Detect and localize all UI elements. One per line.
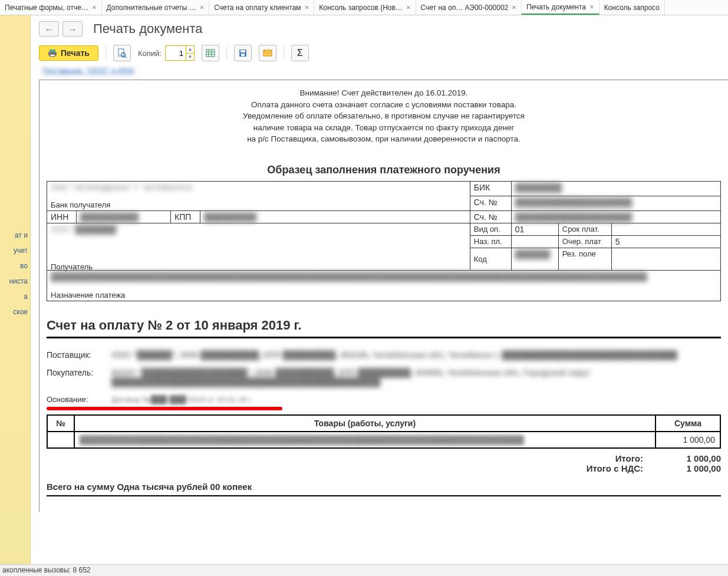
close-icon[interactable]: × (92, 3, 97, 12)
tab-label: Консоль запросов (Нов… (319, 4, 403, 12)
tab[interactable]: Счет на оп… АЭ00-000002× (416, 0, 522, 15)
tab[interactable]: Печатные формы, отче…× (0, 0, 102, 15)
print-button[interactable]: Печать (39, 45, 98, 61)
supplier-row: Поставщик: ООО "██████", ИНН ██████████,… (47, 350, 721, 360)
tab[interactable]: Консоль запросов (Нов…× (314, 0, 416, 15)
tabs-bar: Печатные формы, отче…×Дополнительные отч… (0, 0, 728, 15)
red-underline-annotation (47, 407, 282, 410)
tab[interactable]: Консоль запросо (599, 0, 665, 15)
forward-button[interactable]: → (62, 21, 83, 37)
close-icon[interactable]: × (406, 3, 411, 12)
tab-label: Печать документа (526, 3, 586, 11)
save-button[interactable] (234, 45, 252, 61)
export-excel-button[interactable] (202, 45, 219, 61)
tab[interactable]: Счета на оплату клиентам× (209, 0, 314, 15)
sidebar-item[interactable]: ское (0, 304, 30, 320)
left-sidebar: ат иучетвонистааское (0, 15, 31, 564)
print-label: Печать (61, 48, 90, 58)
sidebar-item[interactable]: ниста (0, 274, 30, 289)
tab-label: Счет на оп… АЭ00-000002 (421, 4, 509, 12)
spin-down-icon[interactable]: ▼ (186, 54, 194, 61)
notice-line: Оплата данного счета означает согласие с… (177, 99, 590, 111)
tab-label: Дополнительные отчеты … (107, 4, 196, 12)
back-button[interactable]: ← (39, 21, 59, 37)
email-button[interactable] (259, 45, 276, 61)
copies-label: Копий: (138, 49, 162, 58)
sidebar-item[interactable]: учет (0, 243, 30, 258)
spin-up-icon[interactable]: ▲ (186, 46, 194, 54)
tab[interactable]: Печать документа× (522, 0, 599, 15)
sidebar-item[interactable]: во (0, 258, 30, 274)
sum-in-words: Всего на сумму Одна тысяча рублей 00 коп… (47, 482, 721, 492)
tab-label: Печатные формы, отче… (5, 4, 88, 12)
svg-rect-13 (241, 54, 245, 56)
invoice-title: Счет на оплату № 2 от 10 января 2019 г. (47, 318, 721, 333)
preview-button[interactable] (113, 45, 131, 61)
close-icon[interactable]: × (305, 3, 309, 12)
notice-block: Внимание! Счет действителен до 16.01.201… (177, 87, 590, 145)
sidebar-item[interactable]: ат и (0, 228, 30, 243)
notice-line: Внимание! Счет действителен до 16.01.201… (177, 87, 590, 99)
notice-line: наличие товара на складе. Товар отпускае… (177, 122, 590, 134)
svg-rect-2 (50, 54, 55, 57)
tab-label: Консоль запросо (604, 4, 660, 12)
status-bar: акопленные вызовы: 8 652 (0, 564, 728, 576)
notice-line: Уведомление об оплате обязательно, в про… (177, 110, 590, 122)
svg-rect-6 (206, 50, 215, 57)
close-icon[interactable]: × (589, 2, 594, 11)
toolbar: Печать Копий: ▲▼ (39, 45, 728, 61)
close-icon[interactable]: × (200, 3, 205, 12)
svg-rect-12 (241, 50, 245, 52)
payment-order-title: Образец заполнения платежного поручения (47, 164, 721, 176)
copies-stepper[interactable]: ▲▼ (165, 45, 195, 61)
totals-block: Итого: 1 000,00 Итого с НДС: 1 000,00 (47, 453, 721, 473)
sidebar-item[interactable]: а (0, 289, 30, 304)
basis-row: Основание: Договор №███-███/2019 от 10.0… (47, 395, 721, 404)
items-table: № Товары (работы, услуги) Сумма ████████… (47, 414, 721, 449)
page-title: Печать документа (93, 21, 202, 37)
svg-rect-0 (50, 50, 55, 52)
document-preview: Внимание! Счет действителен до 16.01.201… (39, 80, 728, 512)
top-link[interactable]: Поставщик: "ООО" и ИНН (42, 66, 134, 75)
payment-order-table: ПАО "ЧЕЛИНДБАНК" Г. ЧЕЛЯБИНСК Банк получ… (47, 181, 721, 301)
notice-line: на р/с Поставщика, самовывозом, при нали… (177, 133, 590, 145)
close-icon[interactable]: × (512, 3, 516, 12)
buyer-row: Покупатель: МАОУ "██████████████████", И… (47, 368, 721, 387)
table-row: ████████████████████████████████████████… (47, 432, 720, 448)
tab[interactable]: Дополнительные отчеты …× (102, 0, 210, 15)
tab-label: Счета на оплату клиентам (214, 4, 301, 12)
sum-button[interactable]: Σ (291, 45, 309, 61)
svg-line-5 (124, 57, 126, 58)
copies-input[interactable] (166, 46, 186, 60)
printer-icon (48, 48, 57, 58)
